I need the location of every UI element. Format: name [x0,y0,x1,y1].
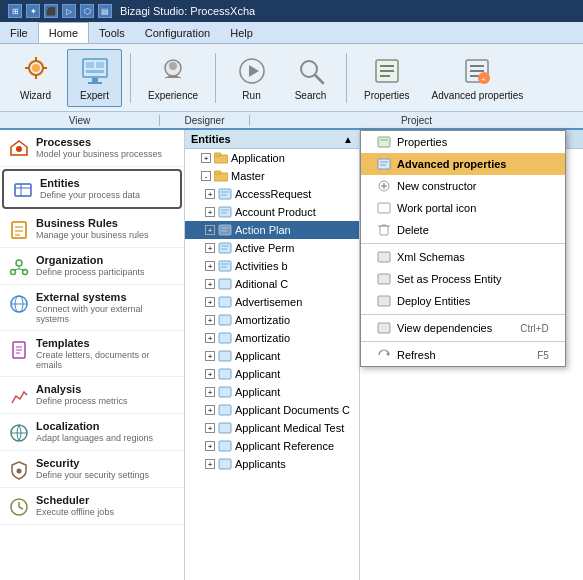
expander-active-perm[interactable]: + [205,243,215,253]
expander-activities-b[interactable]: + [205,261,215,271]
menu-file[interactable]: File [0,22,38,43]
ctx-new-constructor-icon [377,179,391,193]
menu-help[interactable]: Help [220,22,263,43]
properties-label: Properties [364,90,410,101]
expander-action-plan[interactable]: + [205,225,215,235]
external-systems-icon [8,293,30,315]
ctx-advanced-properties[interactable]: Advanced properties [361,153,565,175]
templates-title: Templates [36,337,176,349]
svg-rect-102 [380,226,388,235]
svg-rect-85 [219,459,231,469]
ctx-work-portal-icon[interactable]: Work portal icon [361,197,565,219]
svg-rect-72 [219,261,231,271]
sep1 [130,53,131,103]
tree-header: Entities ▲ [185,130,359,149]
tree-label-action-plan: Action Plan [235,224,291,236]
tree-item-applicant-ref[interactable]: + Applicant Reference [185,437,359,455]
ctx-deploy-icon [377,294,391,308]
experience-button[interactable]: Experience [139,49,207,107]
tree-item-applicant1[interactable]: + Applicant [185,347,359,365]
svg-rect-80 [219,369,231,379]
tb-icon2: ✦ [26,4,40,18]
localization-icon [8,422,30,444]
section-designer: Designer [160,115,250,126]
sidebar-item-processes[interactable]: Processes Model your business processes [0,130,184,167]
svg-point-39 [23,270,28,275]
tree-item-action-plan[interactable]: + Action Plan [185,221,359,239]
svg-rect-8 [96,62,104,68]
expander-master[interactable]: - [201,171,211,181]
ctx-delete[interactable]: Delete [361,219,565,241]
tree-item-applicant2[interactable]: + Applicant [185,365,359,383]
svg-rect-9 [86,70,104,73]
localization-title: Localization [36,420,153,432]
sidebar-item-scheduler[interactable]: Scheduler Execute offline jobs [0,488,184,525]
ctx-properties-icon [377,135,391,149]
run-button[interactable]: Run [224,49,279,107]
tree-item-applicant-doc[interactable]: + Applicant Documents C [185,401,359,419]
sidebar-item-organization[interactable]: Organization Define process participants [0,248,184,285]
tree-label-applicant-ref: Applicant Reference [235,440,334,452]
action-plan-icon [218,223,232,237]
tree-item-applicant-med[interactable]: + Applicant Medical Test [185,419,359,437]
tree-item-application[interactable]: + Application [185,149,359,167]
svg-marker-109 [386,352,389,356]
ctx-deps-label: View dependencies [397,322,492,334]
advanced-properties-button[interactable]: + Advanced properties [423,49,533,107]
tree-item-active-perm[interactable]: + Active Perm [185,239,359,257]
ctx-set-process-entity[interactable]: Set as Process Entity [361,268,565,290]
scheduler-title: Scheduler [36,494,114,506]
sidebar-item-business-rules[interactable]: Business Rules Manage your business rule… [0,211,184,248]
business-rules-text: Business Rules Manage your business rule… [36,217,149,240]
tree-item-access-request[interactable]: + AccessRequest [185,185,359,203]
expander-account-product[interactable]: + [205,207,215,217]
svg-rect-57 [214,153,221,156]
sidebar-item-localization[interactable]: Localization Adapt languages and regions [0,414,184,451]
expert-button[interactable]: Expert [67,49,122,107]
tree-item-activities-b[interactable]: + Activities b [185,257,359,275]
toolbar: Wizard Expert Experience [0,44,583,112]
ctx-refresh[interactable]: Refresh F5 [361,344,565,366]
ctx-new-constructor[interactable]: New constructor [361,175,565,197]
tree-item-amortization1[interactable]: + Amortizatio [185,311,359,329]
tree-label-additional-c: Aditional C [235,278,288,290]
advanced-properties-icon: + [461,55,493,87]
tree-item-applicant3[interactable]: + Applicant [185,383,359,401]
tree-item-advertisement[interactable]: + Advertisemen [185,293,359,311]
ctx-advanced-properties-label: Advanced properties [397,158,506,170]
expander-access-request[interactable]: + [205,189,215,199]
properties-button[interactable]: Properties [355,49,419,107]
run-label: Run [242,90,260,101]
tree-item-master[interactable]: - Master [185,167,359,185]
search-button[interactable]: Search [283,49,338,107]
wizard-button[interactable]: Wizard [8,49,63,107]
svg-rect-60 [219,189,231,199]
menu-home[interactable]: Home [38,22,89,43]
svg-rect-10 [92,78,98,82]
tree-item-additional-c[interactable]: + Aditional C [185,275,359,293]
svg-point-29 [16,146,22,152]
tree-item-amortization2[interactable]: + Amortizatio [185,329,359,347]
ctx-properties[interactable]: Properties [361,131,565,153]
sidebar-item-entities[interactable]: Entities Define your process data [2,169,182,209]
tree-item-account-product[interactable]: + Account Product [185,203,359,221]
ctx-view-dependencies[interactable]: View dependencies Ctrl+D [361,317,565,339]
sidebar-item-external-systems[interactable]: External systems Connect with your exter… [0,285,184,331]
expander-application[interactable]: + [201,153,211,163]
menu-tools[interactable]: Tools [89,22,135,43]
sidebar-item-analysis[interactable]: Analysis Define process metrics [0,377,184,414]
experience-label: Experience [148,90,198,101]
svg-rect-83 [219,423,231,433]
menu-configuration[interactable]: Configuration [135,22,220,43]
sidebar-item-security[interactable]: Security Define your security settings [0,451,184,488]
sidebar-item-templates[interactable]: Templates Create letters, documents or e… [0,331,184,377]
ctx-deploy-entities[interactable]: Deploy Entities [361,290,565,312]
ctx-xml-schemas[interactable]: Xml Schemas [361,246,565,268]
app-icon: ⊞ [8,4,22,18]
search-label: Search [295,90,327,101]
ctx-refresh-label: Refresh [397,349,436,361]
section-project: Project [250,115,583,126]
ctx-sep2 [361,314,565,315]
tree-item-applicants[interactable]: + Applicants [185,455,359,473]
svg-rect-69 [219,243,231,253]
